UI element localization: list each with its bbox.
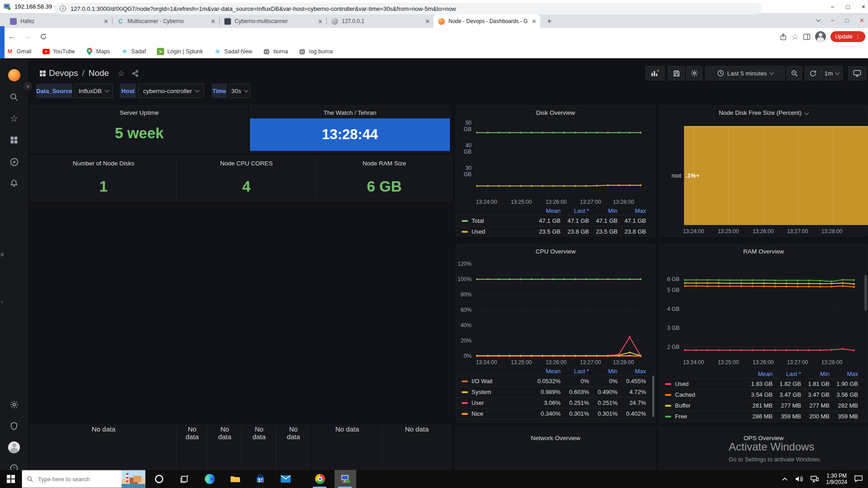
rdp-maximize-icon[interactable]: □ bbox=[846, 3, 849, 10]
browser-maximize-icon[interactable]: □ bbox=[845, 17, 849, 24]
legend-row-cached[interactable]: Cached 3.54 GB 3.47 GB 3.47 GB 3.56 GB bbox=[660, 389, 858, 400]
file-explorer-icon[interactable] bbox=[230, 474, 241, 484]
legend-col[interactable]: Last * bbox=[773, 371, 801, 377]
task-view-icon[interactable] bbox=[179, 474, 190, 484]
bookmark-log-burna[interactable]: log burna bbox=[299, 48, 333, 55]
var-value-time[interactable]: 30s bbox=[229, 84, 250, 98]
browser-close-icon[interactable]: ✕ bbox=[859, 17, 864, 24]
dashboard-settings-button[interactable] bbox=[686, 66, 703, 80]
user-avatar[interactable] bbox=[8, 441, 20, 453]
panel-ram-size[interactable]: Node RAM Size 6 GB bbox=[316, 156, 452, 201]
panel-no-data[interactable]: No data bbox=[382, 425, 451, 469]
forward-icon[interactable]: → bbox=[24, 32, 32, 41]
starred-icon[interactable]: ☆ bbox=[9, 113, 19, 124]
page-scrollbar[interactable] bbox=[864, 275, 867, 311]
panel-watch-tehran[interactable]: The Watch / Tehran 13:28:44 bbox=[250, 105, 450, 152]
mail-icon[interactable] bbox=[280, 474, 291, 484]
legend-col[interactable]: Min bbox=[589, 207, 618, 214]
legend-row-system[interactable]: System 0.989% 0.603% 0.490% 4.72% bbox=[456, 386, 646, 397]
bookmark-sadaf[interactable]: ✳ Sadaf bbox=[121, 48, 146, 55]
grafana-logo-icon[interactable] bbox=[8, 69, 20, 81]
bookmark-splunk[interactable]: > Login | Splunk bbox=[157, 48, 203, 55]
legend-col[interactable]: Max bbox=[618, 207, 646, 214]
alerting-bell-icon[interactable] bbox=[9, 178, 19, 189]
rdp-minimize-icon[interactable]: − bbox=[830, 3, 834, 10]
search-input[interactable] bbox=[38, 476, 115, 483]
back-icon[interactable]: ← bbox=[8, 32, 16, 41]
panel-disk-free[interactable]: Node Disk Free Size (Percent) .1%+ root … bbox=[659, 105, 868, 236]
browser-minimize-icon[interactable]: − bbox=[831, 17, 835, 24]
disk-chart[interactable] bbox=[475, 121, 643, 197]
rdp-close-icon[interactable]: × bbox=[862, 3, 865, 10]
cpu-chart[interactable] bbox=[475, 262, 643, 359]
refresh-interval-dropdown[interactable]: 1m bbox=[821, 66, 843, 80]
legend-row-total[interactable]: Total 47.1 GB 47.1 GB 47.1 GB 47.1 GB bbox=[456, 215, 646, 226]
bookmark-star-icon[interactable]: ☆ bbox=[792, 32, 798, 41]
taskbar-clock[interactable]: 1:30 PM 1/9/2024 bbox=[826, 473, 847, 485]
network-icon[interactable] bbox=[811, 476, 819, 482]
legend-col[interactable]: Max bbox=[830, 371, 858, 377]
chrome-taskbar-icon[interactable] bbox=[315, 474, 326, 484]
time-range-picker[interactable]: Last 5 minutes bbox=[705, 66, 785, 80]
breadcrumb-page[interactable]: Node bbox=[89, 68, 109, 78]
explore-compass-icon[interactable] bbox=[9, 156, 19, 167]
legend-col[interactable]: Max bbox=[618, 368, 646, 375]
zoom-out-button[interactable] bbox=[787, 66, 802, 80]
kiosk-mode-button[interactable] bbox=[848, 66, 866, 80]
share-icon[interactable] bbox=[779, 33, 787, 41]
legend-scrollbar[interactable] bbox=[652, 375, 654, 417]
action-center-icon[interactable] bbox=[854, 475, 863, 483]
tab-close-icon[interactable]: ✕ bbox=[104, 18, 108, 25]
panel-cpu-cores[interactable]: Node CPU CORES 4 bbox=[176, 156, 316, 201]
rdp-taskbar-icon[interactable] bbox=[340, 474, 351, 484]
help-icon[interactable]: ? bbox=[9, 463, 19, 470]
breadcrumb-folder[interactable]: Devops bbox=[49, 68, 78, 78]
dashboards-icon[interactable] bbox=[9, 135, 19, 145]
disk-free-area[interactable]: .1%+ bbox=[684, 126, 868, 225]
var-value-host[interactable]: cyberno-controller bbox=[138, 84, 204, 98]
legend-row-user[interactable]: User 3.06% 0.251% 0.251% 24.7% bbox=[456, 397, 646, 408]
bookmark-gmail[interactable]: M Gmail bbox=[6, 48, 32, 55]
legend-row-iowait[interactable]: I/O Wait 0.0532% 0% 0% 0.455% bbox=[456, 375, 646, 386]
bookmark-youtube[interactable]: YouTube bbox=[42, 48, 75, 55]
legend-row-nice[interactable]: Nice 0.340% 0.301% 0.301% 0.402% bbox=[456, 408, 646, 419]
start-button[interactable] bbox=[5, 474, 16, 484]
store-icon[interactable] bbox=[255, 474, 266, 484]
legend-col[interactable]: Last * bbox=[561, 207, 589, 214]
tab-cyberno-multiscanner[interactable]: Cyberno-multiscanner ✕ bbox=[220, 14, 326, 28]
new-tab-button[interactable]: + bbox=[543, 15, 556, 28]
var-value-datasource[interactable]: InfluxDB bbox=[74, 84, 113, 98]
panel-no-data[interactable]: No data bbox=[241, 425, 276, 469]
taskbar-search[interactable] bbox=[22, 470, 146, 488]
save-dashboard-button[interactable] bbox=[668, 66, 685, 80]
panel-ram-overview[interactable]: RAM Overview 6 GB 5 GB 4 GB 3 GB 2 GB 13… bbox=[659, 244, 868, 422]
legend-row-clipped[interactable]: Soft IRQ 0.0791% 0% 0% 0.593% bbox=[456, 419, 646, 422]
refresh-button[interactable] bbox=[805, 66, 821, 80]
panel-no-data[interactable]: No data bbox=[312, 425, 382, 469]
legend-row-free[interactable]: Free 286 MB 359 MB 200 MB 359 MB bbox=[660, 411, 858, 422]
panel-server-uptime[interactable]: Server Uptime 5 week bbox=[31, 105, 248, 152]
profile-avatar[interactable] bbox=[815, 31, 826, 42]
update-button[interactable]: Update ⋮ bbox=[830, 31, 865, 42]
site-info-icon[interactable]: i bbox=[60, 5, 66, 12]
reload-icon[interactable] bbox=[40, 33, 47, 40]
search-icon[interactable] bbox=[9, 92, 19, 103]
bookmark-maps[interactable]: Maps bbox=[86, 48, 110, 55]
legend-col[interactable]: Mean bbox=[744, 371, 773, 377]
tray-expand-icon[interactable] bbox=[782, 477, 788, 481]
legend-col[interactable]: Mean bbox=[532, 207, 561, 214]
star-dashboard-icon[interactable]: ☆ bbox=[118, 69, 124, 78]
bookmark-burna[interactable]: burna bbox=[263, 48, 288, 55]
legend-row-used[interactable]: Used 23.5 GB 23.8 GB 23.5 GB 23.8 GB bbox=[456, 226, 646, 237]
tab-grafana-gray[interactable]: 127.0.0.1 ✕ bbox=[327, 14, 434, 28]
panel-disk-overview[interactable]: Disk Overview 50 GB 40 GB 30 GB 13:24:00… bbox=[456, 105, 656, 236]
add-panel-button[interactable]: + bbox=[646, 66, 665, 80]
sidebar-expand-button[interactable]: › bbox=[24, 82, 32, 90]
rdp-window-controls[interactable]: − □ × bbox=[830, 0, 865, 14]
share-dashboard-icon[interactable] bbox=[132, 70, 139, 77]
tab-close-icon[interactable]: ✕ bbox=[318, 18, 323, 25]
panel-no-data[interactable]: No data bbox=[176, 425, 207, 469]
legend-col[interactable]: Min bbox=[589, 368, 618, 375]
tab-close-icon[interactable]: ✕ bbox=[211, 18, 216, 25]
legend-row-used[interactable]: Used 1.83 GB 1.82 GB 1.81 GB 1.90 GB bbox=[660, 378, 858, 389]
